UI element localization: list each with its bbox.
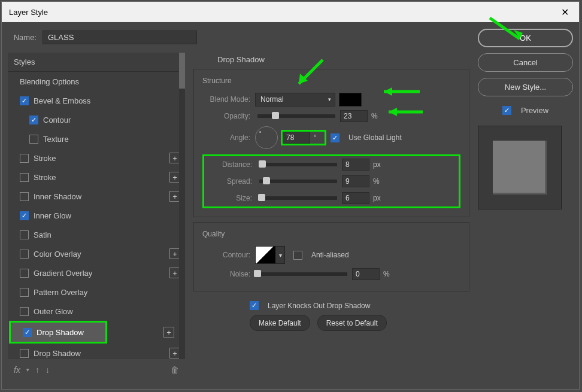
style-label: Contour <box>43 116 71 124</box>
style-row-outer-glow[interactable]: Outer Glow <box>8 302 185 321</box>
styles-scrollbar[interactable] <box>179 53 185 359</box>
style-checkbox[interactable] <box>20 192 29 201</box>
contour-dropdown-icon[interactable]: ▾ <box>275 246 285 264</box>
distance-unit: px <box>373 160 384 169</box>
fx-menu-icon[interactable]: fx <box>14 365 20 375</box>
style-row-inner-shadow[interactable]: Inner Shadow+ <box>8 187 185 206</box>
knockout-checkbox[interactable] <box>250 301 259 310</box>
style-row-inner-glow[interactable]: Inner Glow <box>8 206 185 225</box>
move-down-icon[interactable]: ↓ <box>46 365 50 375</box>
knockout-label: Layer Knocks Out Drop Shadow <box>268 302 370 310</box>
reset-default-button[interactable]: Reset to Default <box>317 315 387 331</box>
opacity-slider[interactable] <box>257 114 335 118</box>
style-checkbox[interactable] <box>20 173 29 182</box>
style-row-satin[interactable]: Satin <box>8 225 185 244</box>
make-default-button[interactable]: Make Default <box>250 315 310 331</box>
antialiased-checkbox[interactable] <box>293 251 302 260</box>
noise-label: Noise: <box>202 270 255 278</box>
style-label: Texture <box>43 135 69 144</box>
style-label: Color Overlay <box>34 250 81 259</box>
style-checkbox[interactable] <box>20 211 29 220</box>
style-row-gradient-overlay[interactable]: Gradient Overlay+ <box>8 263 185 282</box>
style-row-pattern-overlay[interactable]: Pattern Overlay <box>8 282 185 302</box>
style-checkbox[interactable] <box>20 307 29 316</box>
name-input[interactable] <box>43 31 197 44</box>
blend-mode-value: Normal <box>260 95 284 104</box>
styles-panel: Styles Blending OptionsBevel & EmbossCon… <box>8 53 185 359</box>
contour-picker[interactable] <box>255 246 275 264</box>
contour-label: Contour: <box>202 251 255 259</box>
style-checkbox[interactable] <box>20 96 29 105</box>
spread-input[interactable] <box>342 175 369 187</box>
style-label: Outer Glow <box>34 307 73 316</box>
angle-input[interactable] <box>283 132 310 144</box>
angle-label: Angle: <box>202 133 255 142</box>
style-checkbox[interactable] <box>29 135 38 144</box>
noise-unit: % <box>383 270 394 278</box>
style-checkbox[interactable] <box>20 230 29 239</box>
distance-label: Distance: <box>204 160 257 169</box>
style-row-drop-shadow[interactable]: Drop Shadow+ <box>8 344 185 363</box>
quality-fieldset: Quality Contour: ▾ Anti-aliased Noise: <box>193 222 469 291</box>
size-input[interactable] <box>342 192 369 204</box>
style-label: Inner Glow <box>34 211 71 220</box>
style-row-stroke[interactable]: Stroke+ <box>8 168 185 187</box>
opacity-input[interactable] <box>340 110 368 122</box>
style-label: Bevel & Emboss <box>34 96 90 105</box>
styles-header: Styles <box>8 53 185 72</box>
new-style-button[interactable]: New Style... <box>478 78 573 96</box>
preview-swatch <box>493 141 547 195</box>
opacity-unit: % <box>371 112 382 120</box>
angle-dial[interactable] <box>255 126 278 149</box>
style-checkbox[interactable] <box>20 349 29 358</box>
style-row-contour[interactable]: Contour <box>8 110 185 129</box>
style-label: Stroke <box>34 154 56 163</box>
style-row-blending-options[interactable]: Blending Options <box>8 72 185 91</box>
style-row-color-overlay[interactable]: Color Overlay+ <box>8 244 185 263</box>
blend-mode-label: Blend Mode: <box>202 95 255 104</box>
global-light-checkbox[interactable] <box>331 133 340 142</box>
cancel-button[interactable]: Cancel <box>478 53 573 72</box>
add-effect-icon[interactable]: + <box>163 327 174 338</box>
style-checkbox[interactable] <box>23 328 32 337</box>
layer-style-dialog: Layer Style ✕ Name: Styles Blending Opti… <box>1 1 580 390</box>
preview-box <box>478 126 562 209</box>
distance-input[interactable] <box>342 159 369 171</box>
style-checkbox[interactable] <box>20 154 29 163</box>
size-unit: px <box>373 194 384 202</box>
style-row-drop-shadow[interactable]: Drop Shadow <box>11 323 105 342</box>
style-checkbox[interactable] <box>20 250 29 259</box>
style-label: Inner Shadow <box>34 192 81 201</box>
angle-unit: ° <box>314 133 325 142</box>
ok-button[interactable]: OK <box>478 29 573 47</box>
blend-mode-dropdown[interactable]: Normal ▾ <box>255 93 335 107</box>
style-label: Stroke <box>34 173 56 182</box>
style-label: Gradient Overlay <box>34 269 92 278</box>
preview-checkbox[interactable] <box>502 106 511 115</box>
style-row-bevel-emboss[interactable]: Bevel & Emboss <box>8 91 185 110</box>
noise-slider[interactable] <box>257 272 347 276</box>
style-label: Drop Shadow <box>34 349 81 358</box>
trash-icon[interactable]: 🗑 <box>171 365 179 375</box>
antialiased-label: Anti-aliased <box>311 251 349 259</box>
style-checkbox[interactable] <box>20 288 29 297</box>
titlebar: Layer Style ✕ <box>2 2 579 22</box>
style-row-stroke[interactable]: Stroke+ <box>8 148 185 168</box>
action-column: OK Cancel New Style... Preview <box>478 29 573 381</box>
style-checkbox[interactable] <box>20 269 29 278</box>
style-checkbox[interactable] <box>29 116 38 124</box>
style-label: Blending Options <box>20 77 79 86</box>
global-light-label: Use Global Light <box>348 133 402 142</box>
structure-fieldset: Structure Blend Mode: Normal ▾ Opacity: <box>193 69 469 217</box>
noise-input[interactable] <box>352 268 380 280</box>
style-label: Pattern Overlay <box>34 288 87 297</box>
style-row-texture[interactable]: Texture <box>8 129 185 148</box>
size-slider[interactable] <box>259 196 337 200</box>
preview-label: Preview <box>521 106 548 115</box>
spread-slider[interactable] <box>259 180 337 183</box>
move-up-icon[interactable]: ↑ <box>35 365 40 375</box>
distance-slider[interactable] <box>259 163 337 166</box>
shadow-color-swatch[interactable] <box>339 93 362 107</box>
opacity-label: Opacity: <box>202 112 255 120</box>
close-icon[interactable]: ✕ <box>557 5 572 19</box>
